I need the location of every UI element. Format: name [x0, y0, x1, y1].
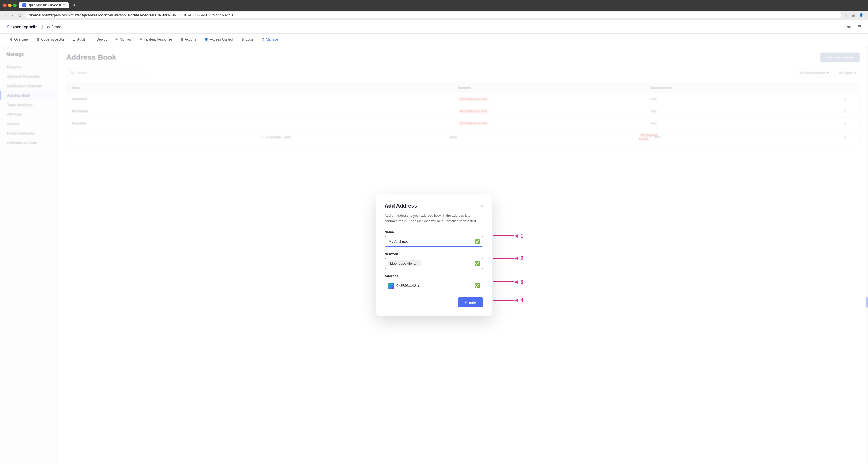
nav-incident-response-label: Incident Response [144, 37, 172, 41]
bookmark-icon[interactable]: ☆ [843, 12, 849, 18]
address-bar-row: ‹ › ↺ ☆ ⊞ 👤 [0, 10, 868, 20]
incident-response-icon: ◎ [140, 38, 142, 41]
logo-sep: | [42, 25, 43, 29]
modal-overlay: Add Address × Add an address to your add… [0, 45, 868, 464]
deploy-icon: ↑ [93, 38, 95, 41]
tab-favicon: Z [22, 3, 26, 7]
name-valid-icon: ✅ [474, 239, 480, 244]
reload-button[interactable]: ↺ [17, 12, 23, 19]
nav-deploy[interactable]: ↑ Deploy [90, 35, 111, 43]
network-tag-remove-icon[interactable]: × [417, 262, 419, 266]
browser-dots [3, 4, 17, 7]
nav-logs[interactable]: ⊕ Logs [238, 35, 257, 43]
nav-actions[interactable]: ⊞ Actions [177, 35, 200, 43]
modal-wrapper: Add Address × Add an address to your add… [376, 194, 492, 316]
nav-deploy-label: Deploy [96, 37, 107, 41]
minimize-dot[interactable] [8, 4, 11, 7]
manage-icon: ⚙ [261, 38, 265, 41]
annotation-2: ◄ 2 [493, 255, 523, 262]
address-form-group: Address 0x3B93...421e × ✅ [384, 274, 484, 291]
name-form-group: Name ✅ [384, 230, 484, 247]
code-inspector-icon: ⊞ [37, 38, 39, 41]
annotation-1: ◄ 1 [493, 233, 523, 239]
nav-manage[interactable]: ⚙ Manage [258, 35, 282, 43]
nav-overview-label: Overview [14, 37, 28, 41]
top-bar: Z OpenZeppelin | defender Docs ☰ [0, 20, 868, 34]
profile-icon[interactable]: 👤 [858, 12, 865, 18]
nav-access-control-label: Access Control [210, 37, 233, 41]
overview-icon: ⊙ [10, 38, 12, 41]
address-remove-icon[interactable]: × [470, 284, 472, 288]
logo-sub: defender [47, 25, 63, 29]
nav-actions-label: Actions [185, 37, 196, 41]
maximize-dot[interactable] [13, 4, 17, 7]
nav-manage-label: Manage [266, 37, 278, 41]
network-tag: Moonbase Alpha × [388, 260, 421, 267]
add-tab-button[interactable]: + [71, 3, 78, 8]
nav-overview[interactable]: ⊙ Overview [6, 35, 32, 43]
forward-button[interactable]: › [10, 12, 14, 18]
nav-logs-label: Logs [246, 37, 253, 41]
address-value: 0x3B93...421e [396, 284, 468, 288]
tab-title: OpenZeppelin Defender [28, 3, 61, 7]
modal-footer: Create [384, 298, 484, 308]
audit-icon: ☰ [72, 38, 75, 41]
name-input[interactable] [384, 236, 484, 247]
modal-description: Add an address to your address book. If … [384, 213, 484, 224]
nav-audit[interactable]: ☰ Audit [69, 35, 89, 43]
logo-z: Z [6, 24, 9, 29]
nav-audit-label: Audit [77, 37, 85, 41]
address-bar-input[interactable] [25, 12, 841, 19]
browser-tab[interactable]: Z OpenZeppelin Defender ✕ [19, 2, 69, 8]
address-label: Address [384, 274, 484, 278]
back-button[interactable]: ‹ [3, 12, 8, 18]
nav-incident-response[interactable]: ◎ Incident Response [136, 35, 176, 43]
modal-header: Add Address × [384, 203, 484, 209]
address-input-wrapper: 0x3B93...421e × ✅ [384, 280, 484, 291]
logo-name: OpenZeppelin [11, 25, 38, 29]
logo: Z OpenZeppelin | defender [6, 24, 63, 29]
address-identicon [388, 282, 394, 289]
top-bar-right: Docs ☰ [845, 24, 862, 30]
extensions-icon[interactable]: ⊞ [850, 12, 856, 18]
main-nav: ⊙ Overview ⊞ Code Inspector ☰ Audit ↑ De… [0, 34, 868, 45]
close-dot[interactable] [3, 4, 7, 7]
nav-code-inspector[interactable]: ⊞ Code Inspector [33, 35, 68, 43]
browser-actions: ☆ ⊞ 👤 [843, 12, 865, 18]
name-input-wrapper: ✅ [384, 236, 484, 247]
modal-title: Add Address [384, 203, 417, 209]
actions-icon: ⊞ [181, 38, 183, 41]
browser-chrome: Z OpenZeppelin Defender ✕ + [0, 0, 868, 10]
annotation-3: ◄ 3 [493, 279, 523, 285]
annotation-4: ◄ 4 [493, 297, 523, 304]
name-label: Name [384, 230, 484, 234]
docs-link[interactable]: Docs [845, 25, 853, 29]
menu-icon[interactable]: ☰ [858, 24, 862, 30]
nav-monitor-label: Monitor [120, 37, 131, 41]
nav-monitor[interactable]: ◎ Monitor [112, 35, 135, 43]
create-button[interactable]: Create [458, 298, 484, 308]
access-control-icon: 👤 [205, 38, 208, 41]
content-area: Manage Relayers Approval Processes Notif… [0, 45, 868, 464]
nav-code-inspector-label: Code Inspector [41, 37, 64, 41]
add-address-modal: Add Address × Add an address to your add… [376, 194, 492, 316]
nav-access-control[interactable]: 👤 Access Control [201, 35, 237, 43]
monitor-icon: ◎ [116, 38, 118, 41]
network-input-wrapper: Moonbase Alpha × ✅ [384, 258, 484, 269]
tab-close-icon[interactable]: ✕ [63, 4, 65, 7]
network-valid-icon: ✅ [474, 261, 480, 267]
modal-close-button[interactable]: × [480, 203, 484, 208]
app: Z OpenZeppelin | defender Docs ☰ ⊙ Overv… [0, 20, 868, 464]
network-form-group: Network Moonbase Alpha × ✅ [384, 252, 484, 269]
logs-icon: ⊕ [242, 38, 244, 41]
network-label: Network [384, 252, 484, 256]
network-tag-label: Moonbase Alpha [390, 261, 415, 266]
address-valid-icon: ✅ [474, 283, 480, 288]
